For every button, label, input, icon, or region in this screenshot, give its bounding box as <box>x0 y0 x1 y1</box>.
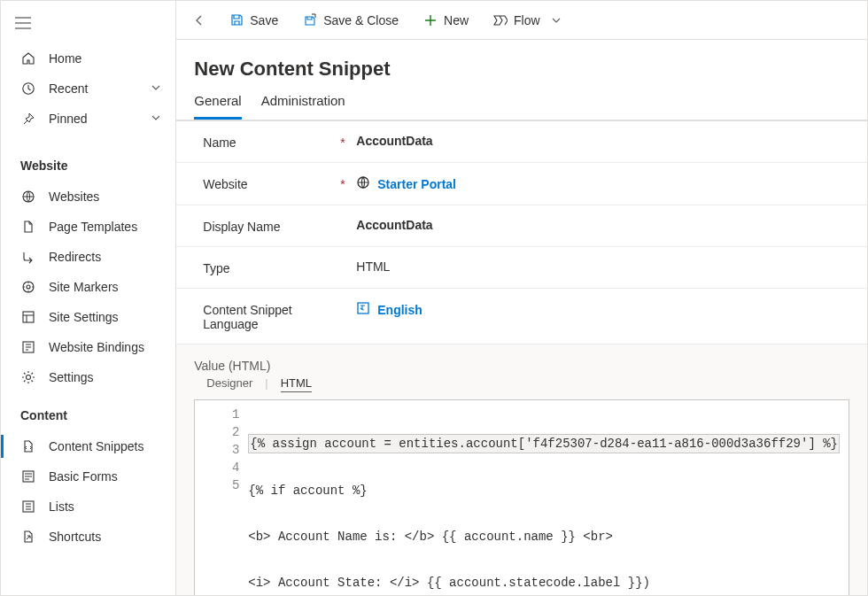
label-display-name: Display Name <box>203 218 340 234</box>
recent-icon <box>20 81 36 96</box>
globe-icon <box>20 190 36 204</box>
editor-tab-html[interactable]: HTML <box>281 376 312 392</box>
cmd-label: New <box>444 13 469 27</box>
home-icon <box>20 51 36 66</box>
hamburger-menu[interactable] <box>1 8 175 38</box>
tab-strip: General Administration <box>176 81 867 120</box>
editor-tab-designer[interactable]: Designer <box>206 376 252 392</box>
nav-website-bindings[interactable]: Website Bindings <box>1 332 175 362</box>
nav-label: Lists <box>49 499 74 514</box>
nav-section-content: Content <box>1 392 175 431</box>
nav-label: Redirects <box>49 250 101 264</box>
bindings-icon <box>20 340 36 354</box>
nav-label: Pinned <box>49 112 88 126</box>
field-language[interactable]: English <box>356 301 849 318</box>
save-close-button[interactable]: Save & Close <box>294 8 407 33</box>
label-website: Website <box>203 175 340 191</box>
back-arrow-icon <box>192 13 206 27</box>
nav-label: Recent <box>49 81 88 96</box>
settings-grid-icon <box>20 310 36 324</box>
svg-point-3 <box>27 285 30 289</box>
nav-label: Page Templates <box>49 220 137 234</box>
nav-shortcuts[interactable]: Shortcuts <box>1 522 175 552</box>
save-button[interactable]: Save <box>221 8 287 33</box>
flow-button[interactable]: Flow <box>484 8 570 33</box>
nav-basic-forms[interactable]: Basic Forms <box>1 461 175 492</box>
command-bar: Save Save & Close New Flow <box>176 1 867 40</box>
svg-rect-4 <box>23 312 34 322</box>
save-icon <box>229 13 244 27</box>
cmd-label: Save & Close <box>323 13 399 27</box>
nav-page-templates[interactable]: Page Templates <box>1 212 175 242</box>
page-icon <box>20 220 36 234</box>
lookup-value: Starter Portal <box>377 177 456 191</box>
nav-section-website: Website <box>1 143 175 182</box>
nav-pinned[interactable]: Pinned <box>1 104 175 134</box>
svg-rect-10 <box>358 303 368 313</box>
nav-label: Home <box>49 51 81 66</box>
list-icon <box>20 499 36 514</box>
nav-lists[interactable]: Lists <box>1 492 175 522</box>
chevron-down-icon <box>552 13 561 27</box>
value-section-header: Value (HTML) <box>176 344 867 376</box>
sidebar: Home Recent Pinned Website Websites Page… <box>1 1 176 595</box>
marker-icon <box>20 280 36 294</box>
required-marker: * <box>340 175 356 191</box>
nav-redirects[interactable]: Redirects <box>1 242 175 272</box>
nav-recent[interactable]: Recent <box>1 74 175 104</box>
back-button[interactable] <box>185 6 213 35</box>
nav-label: Site Settings <box>49 310 119 324</box>
field-type[interactable]: HTML <box>356 259 849 274</box>
field-display-name[interactable]: AccountData <box>356 218 849 232</box>
redirect-icon <box>20 250 36 264</box>
line-gutter: 12345 <box>195 400 248 595</box>
pin-icon <box>20 112 36 126</box>
nav-label: Websites <box>49 190 99 204</box>
new-button[interactable]: New <box>415 8 477 33</box>
nav-label: Website Bindings <box>49 340 144 354</box>
required-marker: * <box>340 134 356 150</box>
nav-websites[interactable]: Websites <box>1 182 175 212</box>
tab-administration[interactable]: Administration <box>261 93 345 120</box>
save-close-icon <box>303 13 317 27</box>
main-content: Save Save & Close New Flow New Content S… <box>176 1 867 595</box>
chevron-down-icon <box>151 81 161 96</box>
nav-label: Shortcuts <box>49 530 101 544</box>
editor-tabs: Designer | HTML <box>176 376 867 399</box>
cmd-label: Save <box>250 13 278 27</box>
nav-label: Basic Forms <box>49 469 118 484</box>
label-type: Type <box>203 259 340 275</box>
hamburger-icon <box>15 17 31 29</box>
nav-label: Site Markers <box>49 280 119 294</box>
tab-general[interactable]: General <box>194 93 241 120</box>
label-language: Content Snippet Language <box>203 301 340 331</box>
flow-icon <box>493 13 508 27</box>
page-title: New Content Snippet <box>176 40 867 81</box>
html-editor[interactable]: 12345 {% assign account = entities.accou… <box>194 399 849 595</box>
nav-site-markers[interactable]: Site Markers <box>1 272 175 302</box>
gear-icon <box>20 370 36 384</box>
shortcut-icon <box>20 530 36 544</box>
code-area[interactable]: {% assign account = entities.account['f4… <box>248 400 849 595</box>
nav-site-settings[interactable]: Site Settings <box>1 302 175 332</box>
form-icon <box>20 469 36 484</box>
plus-icon <box>423 13 438 27</box>
globe-icon <box>356 175 370 192</box>
language-icon <box>356 301 370 318</box>
lookup-value: English <box>377 303 422 317</box>
label-name: Name <box>203 134 340 150</box>
nav-label: Settings <box>49 370 94 384</box>
field-name[interactable]: AccountData <box>356 134 849 148</box>
nav-content-snippets[interactable]: Content Snippets <box>1 431 175 461</box>
svg-point-6 <box>27 375 31 380</box>
chevron-down-icon <box>151 112 161 126</box>
nav-settings[interactable]: Settings <box>1 362 175 392</box>
nav-label: Content Snippets <box>49 439 143 453</box>
field-website[interactable]: Starter Portal <box>356 175 849 192</box>
cmd-label: Flow <box>514 13 540 27</box>
nav-home[interactable]: Home <box>1 43 175 74</box>
snippet-icon <box>20 439 36 453</box>
